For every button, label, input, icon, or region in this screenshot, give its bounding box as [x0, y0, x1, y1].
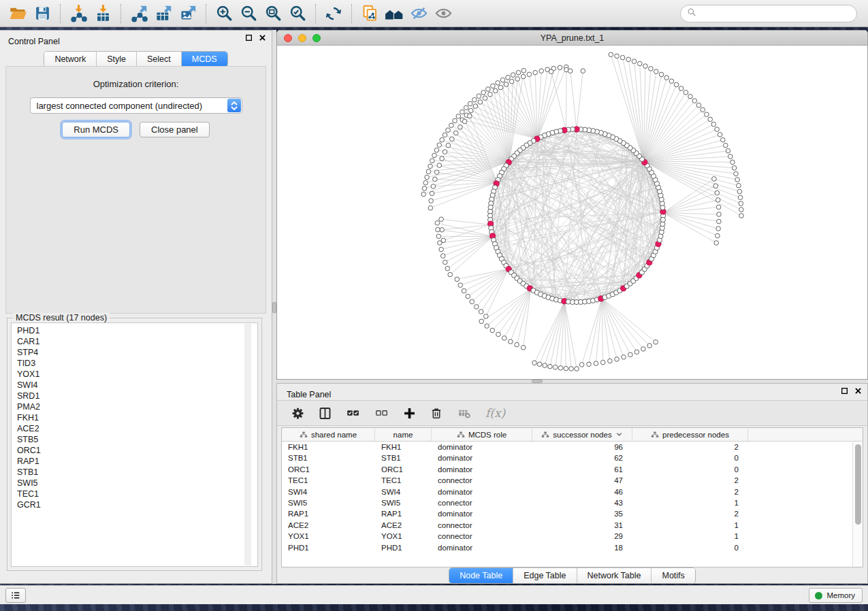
cell-MCDS-role: dominator [432, 486, 532, 497]
save-session-button[interactable] [30, 3, 54, 24]
cell-MCDS-role: dominator [432, 442, 532, 452]
table-row[interactable]: TEC1TEC1connector472 [282, 475, 863, 486]
close-window-icon[interactable] [284, 34, 292, 42]
zoom-fit-button[interactable] [261, 3, 285, 24]
maximize-window-icon[interactable] [312, 34, 321, 42]
table-row[interactable]: YOX1YOX1connector291 [282, 531, 863, 542]
function-builder-button[interactable]: f(x) [485, 406, 505, 420]
column-header-predecessor-nodes[interactable]: predecessor nodes [632, 428, 748, 441]
table-row[interactable]: STB1STB1dominator620 [282, 452, 863, 463]
table-settings-button[interactable] [291, 406, 305, 420]
result-node[interactable]: ORC1 [17, 445, 257, 456]
result-node[interactable]: STB5 [17, 434, 257, 445]
result-node[interactable]: STB1 [17, 467, 257, 478]
result-node[interactable]: FKH1 [17, 412, 257, 423]
result-list-scrollbar[interactable] [244, 324, 251, 565]
column-header-name[interactable]: name [375, 428, 432, 441]
result-node[interactable]: SRD1 [17, 391, 257, 401]
tab-network[interactable]: Network [44, 52, 97, 67]
column-header-MCDS-role[interactable]: MCDS role [432, 428, 532, 441]
table-row[interactable]: ACE2ACE2connector311 [282, 520, 863, 531]
table-tab-motifs[interactable]: Motifs [652, 568, 694, 583]
result-node[interactable]: PHD1 [17, 325, 257, 336]
result-node[interactable]: GCR1 [17, 499, 257, 510]
check-all-icon [345, 406, 361, 420]
minimize-window-icon[interactable] [298, 34, 306, 42]
float-table-panel-button[interactable] [841, 387, 848, 395]
table-row[interactable]: SWI4SWI4dominator462 [282, 486, 863, 497]
toolbar-buttons [5, 3, 455, 24]
control-panel: Control Panel NetworkStyleSelectMCDS Opt… [0, 30, 272, 584]
close-panel-action-button[interactable]: Close panel [140, 122, 210, 137]
result-node[interactable]: TEC1 [17, 489, 257, 499]
cell-successor-nodes: 29 [532, 531, 632, 542]
toggle-column-panel-button[interactable] [318, 406, 332, 420]
result-node[interactable]: PMA2 [17, 401, 257, 412]
select-all-rows-button[interactable] [345, 406, 361, 420]
cell-shared-name: ORC1 [282, 464, 375, 475]
column-header-successor-nodes[interactable]: successor nodes [532, 428, 632, 441]
refresh-icon [324, 4, 343, 23]
memory-button[interactable]: Memory [809, 588, 863, 603]
zoom-selected-button[interactable] [285, 3, 310, 24]
hide-selected-button[interactable] [406, 3, 431, 24]
apply-preferred-layout-button[interactable] [321, 3, 346, 24]
export-image-button[interactable] [176, 3, 200, 24]
close-table-panel-button[interactable] [854, 387, 862, 395]
tab-mcds[interactable]: MCDS [182, 52, 227, 67]
optimization-criterion-select[interactable]: largest connected component (undirected) [30, 97, 242, 114]
toolbar-separator [206, 4, 206, 23]
tab-select[interactable]: Select [137, 52, 182, 67]
export-table-button[interactable] [151, 3, 176, 24]
column-header-shared-name[interactable]: shared name [282, 428, 375, 441]
network-titlebar[interactable]: YPA_prune.txt_1 [277, 31, 867, 46]
clone-network-button[interactable] [357, 3, 382, 24]
result-node[interactable]: YOX1 [17, 369, 257, 380]
float-panel-button[interactable] [245, 34, 253, 42]
open-session-button[interactable] [5, 3, 30, 24]
result-node[interactable]: ACE2 [17, 423, 257, 434]
tab-style[interactable]: Style [97, 52, 137, 67]
first-neighbors-button[interactable] [382, 3, 406, 24]
table-tab-edge-table[interactable]: Edge Table [513, 568, 577, 583]
delete-column-button[interactable] [430, 406, 443, 420]
result-node[interactable]: RAP1 [17, 456, 257, 467]
table-row[interactable]: FKH1FKH1dominator962 [282, 442, 863, 452]
mcds-result-list[interactable]: PHD1CAR1STP4TID3YOX1SWI4SRD1PMA2FKH1ACE2… [11, 323, 258, 567]
add-column-button[interactable] [402, 406, 417, 420]
table-scrollbar-thumb[interactable] [855, 444, 861, 525]
cell-predecessor-nodes: 0 [632, 464, 748, 475]
network-canvas[interactable] [277, 46, 867, 379]
table-scrollbar[interactable] [852, 442, 863, 567]
plus-icon [402, 406, 417, 420]
memory-status-icon [815, 592, 822, 599]
result-node[interactable]: STP4 [17, 347, 257, 358]
table-tab-network-table[interactable]: Network Table [577, 568, 652, 583]
show-all-button[interactable] [431, 3, 455, 24]
result-node[interactable]: SWI5 [17, 478, 257, 489]
run-mcds-button[interactable]: Run MCDS [62, 122, 130, 137]
zoom-in-button[interactable] [212, 3, 236, 24]
table-row[interactable]: RAP1RAP1dominator352 [282, 508, 863, 519]
result-node[interactable]: CAR1 [17, 336, 257, 347]
import-network-button[interactable] [66, 3, 91, 24]
export-network-button[interactable] [127, 3, 151, 24]
table-row[interactable]: SWI5SWI5connector431 [282, 497, 863, 508]
table-row[interactable]: PHD1PHD1dominator180 [282, 542, 863, 553]
search-input[interactable] [701, 9, 856, 18]
zoom-out-button[interactable] [236, 3, 261, 24]
delete-table-button[interactable] [456, 406, 472, 420]
cell-predecessor-nodes: 2 [632, 486, 748, 497]
column-label: shared name [311, 431, 357, 439]
import-table-button[interactable] [91, 3, 115, 24]
result-node[interactable]: TID3 [17, 358, 257, 369]
clone-network-icon [361, 4, 379, 22]
close-panel-button[interactable] [259, 34, 266, 42]
table-row[interactable]: ORC1ORC1dominator610 [282, 464, 863, 475]
deselect-all-rows-button[interactable] [374, 406, 389, 420]
task-history-button[interactable] [5, 588, 26, 603]
result-node[interactable]: SWI4 [17, 380, 257, 391]
table-tab-node-table[interactable]: Node Table [449, 568, 513, 583]
cell-successor-nodes: 61 [532, 464, 632, 475]
search-box[interactable] [680, 5, 857, 22]
